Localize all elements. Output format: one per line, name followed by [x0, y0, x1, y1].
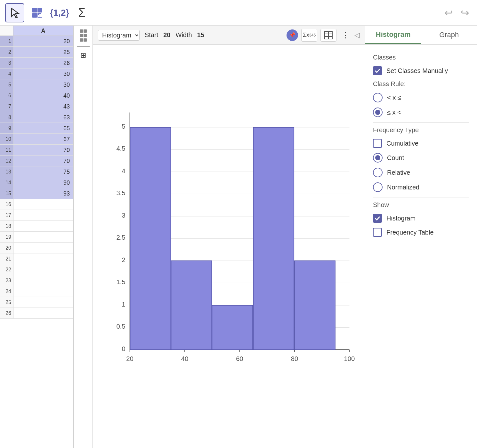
table-row[interactable]: 965	[0, 123, 73, 134]
list-icon-strip[interactable]	[80, 29, 87, 42]
chart-toolbar: Histogram Start 20 Width 15 📌 Σx345	[93, 26, 365, 45]
pin-button[interactable]: 📌	[287, 29, 298, 41]
cell-value[interactable]	[13, 253, 73, 264]
class-rule-le-label: ≤ x <	[387, 109, 401, 116]
chart-type-select[interactable]: Histogram	[98, 30, 140, 41]
cell-value[interactable]: 93	[13, 188, 73, 199]
row-number: 13	[0, 166, 13, 177]
table-row[interactable]: 24	[0, 286, 73, 297]
table-row[interactable]: 326	[0, 58, 73, 68]
table-row[interactable]: 430	[0, 68, 73, 79]
table-row[interactable]: 743	[0, 101, 73, 112]
cell-value[interactable]: 70	[13, 156, 73, 166]
table-row[interactable]: 863	[0, 112, 73, 123]
cell-value[interactable]: 30	[13, 68, 73, 79]
panel-tabs: Histogram Graph	[365, 26, 477, 45]
table-row[interactable]: 18	[0, 221, 73, 232]
table-row[interactable]: 1593	[0, 188, 73, 199]
set-classes-manually-checkbox[interactable]	[373, 66, 382, 75]
table-row[interactable]: 1067	[0, 134, 73, 145]
relative-label: Relative	[387, 169, 410, 176]
table-row[interactable]: 1270	[0, 156, 73, 166]
cell-value[interactable]: 63	[13, 112, 73, 123]
cell-value[interactable]: 40	[13, 90, 73, 101]
cell-value[interactable]: 67	[13, 134, 73, 144]
class-rule-lt-radio[interactable]	[373, 93, 383, 102]
show-histogram-checkbox[interactable]	[373, 214, 382, 223]
redo-button[interactable]: ↪	[458, 5, 472, 20]
undo-redo-group: ↩ ↪	[442, 5, 472, 20]
table-row[interactable]: 26	[0, 308, 73, 319]
cell-value[interactable]	[13, 297, 73, 308]
cell-value[interactable]: 90	[13, 177, 73, 188]
table-tool-button[interactable]	[28, 3, 47, 22]
sigma-action-button[interactable]: Σx345	[301, 29, 317, 42]
cell-value[interactable]	[13, 221, 73, 231]
normalized-radio[interactable]	[373, 182, 383, 192]
cell-value[interactable]	[13, 199, 73, 210]
row-number: 6	[0, 90, 13, 101]
cell-value[interactable]	[13, 308, 73, 318]
cell-value[interactable]: 30	[13, 79, 73, 90]
show-histogram-row: Histogram	[373, 214, 469, 223]
svg-rect-1	[32, 8, 37, 12]
cell-value[interactable]: 25	[13, 47, 73, 57]
sigma-tool-button[interactable]: Σ	[72, 3, 92, 22]
table-row[interactable]: 1170	[0, 145, 73, 156]
tab-histogram[interactable]: Histogram	[365, 26, 421, 44]
table-row[interactable]: 1375	[0, 166, 73, 177]
table-row[interactable]: 17	[0, 210, 73, 221]
cell-value[interactable]	[13, 264, 73, 275]
cell-value[interactable]	[13, 286, 73, 297]
cell-value[interactable]: 26	[13, 58, 73, 68]
table-row[interactable]: 640	[0, 90, 73, 101]
cell-value[interactable]: 70	[13, 145, 73, 155]
show-frequency-table-row: Frequency Table	[373, 228, 469, 237]
svg-text:60: 60	[236, 355, 243, 362]
row-number: 10	[0, 134, 13, 144]
row-number: 26	[0, 308, 13, 318]
class-rule-le-row: ≤ x <	[373, 108, 469, 117]
cumulative-checkbox[interactable]	[373, 139, 382, 148]
row-number: 5	[0, 79, 13, 90]
plus-icon-strip[interactable]: ⊞	[80, 51, 86, 60]
collapse-button[interactable]: ◁	[354, 31, 360, 39]
spreadsheet-body: 1202253264305306407438639651067117012701…	[0, 36, 73, 448]
cell-value[interactable]: 65	[13, 123, 73, 133]
table-action-button[interactable]	[320, 29, 336, 42]
svg-rect-6	[39, 14, 41, 17]
main-content: A 12022532643053064074386396510671170127…	[0, 26, 477, 448]
table-row[interactable]: 25	[0, 297, 73, 308]
table-row[interactable]: 530	[0, 79, 73, 90]
select-tool-button[interactable]	[5, 3, 24, 22]
cell-value[interactable]	[13, 232, 73, 242]
table-row[interactable]: 23	[0, 275, 73, 286]
cell-value[interactable]	[13, 275, 73, 286]
table-row[interactable]: 22	[0, 264, 73, 275]
show-frequency-table-checkbox[interactable]	[373, 228, 382, 237]
tab-graph[interactable]: Graph	[421, 26, 477, 44]
count-radio[interactable]	[373, 153, 383, 163]
row-number: 17	[0, 210, 13, 220]
relative-radio[interactable]	[373, 168, 383, 177]
class-rule-lt-row: < x ≤	[373, 93, 469, 102]
table-row[interactable]: 19	[0, 232, 73, 243]
cell-value[interactable]: 43	[13, 101, 73, 112]
row-num-header	[0, 26, 13, 36]
cell-value[interactable]: 20	[13, 36, 73, 46]
cell-value[interactable]: 75	[13, 166, 73, 177]
table-row[interactable]: 21	[0, 253, 73, 264]
table-row[interactable]: 1490	[0, 177, 73, 188]
undo-button[interactable]: ↩	[442, 5, 456, 20]
table-row[interactable]: 225	[0, 47, 73, 58]
table-row[interactable]: 20	[0, 243, 73, 253]
class-rule-le-radio[interactable]	[373, 108, 383, 117]
set-classes-manually-row: Set Classes Manually	[373, 66, 469, 75]
cell-value[interactable]	[13, 210, 73, 220]
row-number: 15	[0, 188, 13, 199]
more-button[interactable]: ⋮	[340, 31, 351, 40]
list-tool-button[interactable]: {1,2}	[50, 3, 69, 22]
cell-value[interactable]	[13, 243, 73, 253]
table-row[interactable]: 16	[0, 199, 73, 210]
table-row[interactable]: 120	[0, 36, 73, 47]
